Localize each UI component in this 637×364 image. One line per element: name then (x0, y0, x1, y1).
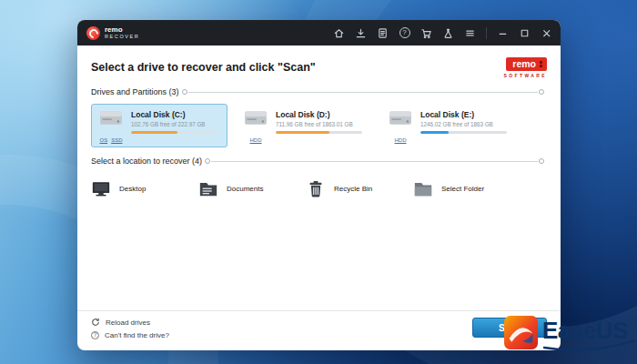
easeus-swoosh (542, 339, 636, 351)
location-label: Documents (227, 185, 263, 193)
cart-icon[interactable] (420, 27, 432, 39)
easeus-logo-icon (504, 316, 538, 349)
cant-find-drive-label: Can't find the drive? (105, 331, 169, 339)
logo-text-recover: RECOVER (105, 35, 139, 40)
drive-usage-bar (420, 131, 507, 134)
documents-icon (198, 180, 218, 197)
location-label: Desktop (119, 185, 146, 193)
location-select-folder[interactable]: Select Folder (413, 180, 521, 197)
desktop-icon (91, 180, 111, 197)
drive-card-c[interactable]: OS SSD Local Disk (C:) 102.76 GB free of… (91, 104, 228, 147)
report-icon[interactable] (377, 27, 389, 39)
titlebar-icons: ? (333, 27, 552, 39)
flask-icon[interactable] (442, 27, 454, 39)
drive-tag: HDD (250, 137, 262, 143)
remo-software-badge: remo SOFTWARE (503, 55, 547, 78)
recycle-bin-icon (306, 180, 326, 197)
hard-drive-icon (98, 109, 124, 126)
reload-drives-button[interactable]: Reload drives (91, 318, 150, 327)
drive-tag: SSD (111, 137, 122, 143)
app-logo: remo RECOVER (86, 26, 139, 40)
titlebar-separator (486, 27, 487, 39)
locations-section-label: Select a location to recover (4) (91, 157, 202, 166)
hard-drive-icon (243, 109, 268, 126)
drive-tags: HDD (250, 137, 262, 143)
drive-tags: HDD (395, 137, 407, 143)
drive-card-e[interactable]: HDD Local Disk (E:) 1246.02 GB free of 1… (380, 104, 517, 147)
update-icon[interactable] (355, 27, 367, 39)
minimize-button[interactable] (497, 27, 509, 39)
drive-card-d[interactable]: HDD Local Disk (D:) 711.96 GB free of 18… (236, 104, 372, 147)
location-desktop[interactable]: Desktop (91, 180, 198, 197)
brand-name: remo (512, 58, 536, 69)
easeus-logo-text-wrap: EaseUS (542, 317, 628, 349)
home-icon[interactable] (333, 27, 345, 39)
easeus-watermark: EaseUS (504, 316, 628, 349)
drive-cards: OS SSD Local Disk (C:) 102.76 GB free of… (91, 104, 547, 147)
remo-brand-box: remo (506, 57, 547, 71)
location-recycle-bin[interactable]: Recycle Bin (306, 180, 413, 197)
brand-squares (540, 61, 542, 67)
drive-name: Local Disk (C:) (131, 110, 221, 119)
question-circle-icon: ? (91, 331, 99, 339)
drives-section-header: Drives and Partitions (3) (91, 87, 547, 96)
window-content: Select a drive to recover and click "Sca… (77, 46, 561, 350)
location-documents[interactable]: Documents (198, 180, 306, 197)
help-icon[interactable]: ? (399, 27, 410, 39)
drives-section-label: Drives and Partitions (3) (91, 87, 179, 96)
refresh-icon (91, 318, 100, 327)
remo-logo-icon (86, 26, 100, 40)
drive-name: Local Disk (E:) (420, 110, 511, 119)
close-button[interactable] (541, 27, 552, 39)
location-label: Recycle Bin (334, 185, 372, 193)
app-logo-text: remo RECOVER (105, 26, 139, 40)
drive-usage-bar (276, 131, 362, 134)
drive-tag: HDD (395, 137, 407, 143)
drive-free-space: 1246.02 GB free of 1863 GB (420, 121, 511, 127)
drive-tags: OS SSD (99, 137, 122, 143)
location-label: Select Folder (441, 185, 484, 193)
section-divider-line (188, 92, 538, 93)
reload-drives-label: Reload drives (106, 318, 150, 327)
section-divider-line (211, 161, 538, 162)
hard-drive-icon (388, 109, 413, 126)
drive-tag: OS (99, 137, 107, 143)
maximize-button[interactable] (519, 27, 531, 39)
drive-free-space: 102.76 GB free of 222.97 GB (131, 121, 221, 127)
drive-usage-bar (131, 131, 217, 134)
folder-icon (413, 180, 433, 197)
remo-recover-window: remo RECOVER ? (77, 20, 561, 350)
locations-section-header: Select a location to recover (4) (91, 157, 547, 166)
brand-subtitle: SOFTWARE (503, 73, 547, 78)
drive-free-space: 711.96 GB free of 1863.01 GB (276, 121, 366, 127)
recovery-locations: Desktop Documents Recycle Bin (91, 180, 547, 197)
window-footer: Reload drives ? Can't find the drive? Sc… (77, 310, 561, 350)
cant-find-drive-link[interactable]: ? Can't find the drive? (91, 331, 169, 339)
desktop-wallpaper: remo RECOVER ? (0, 0, 637, 364)
help-glyph: ? (399, 27, 410, 38)
menu-icon[interactable] (464, 27, 476, 39)
drive-name: Local Disk (D:) (276, 110, 366, 119)
logo-text-remo: remo (105, 26, 139, 34)
titlebar[interactable]: remo RECOVER ? (77, 20, 561, 46)
page-title: Select a drive to recover and click "Sca… (91, 55, 316, 74)
